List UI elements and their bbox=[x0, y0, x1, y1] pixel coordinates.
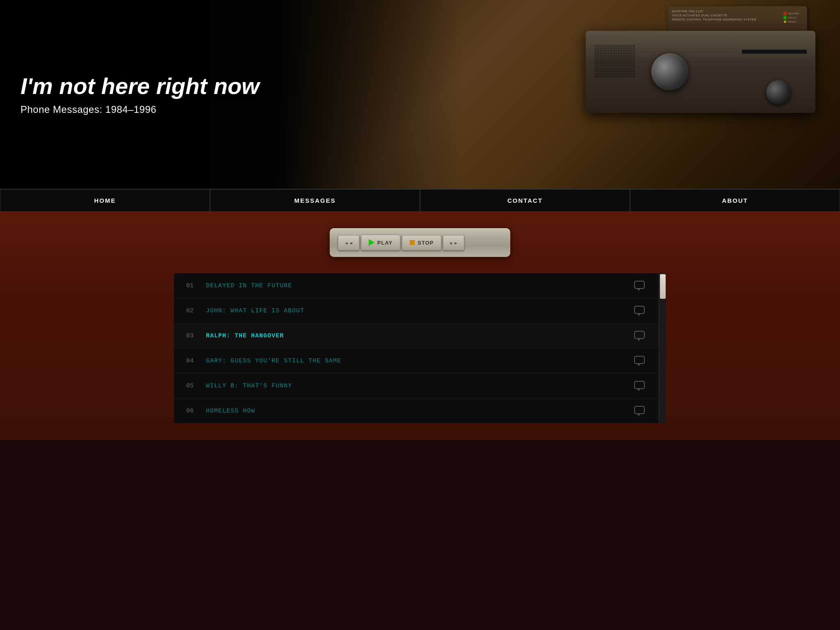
chat-bubble bbox=[634, 406, 645, 414]
track-number: 01 bbox=[186, 282, 198, 289]
hero-section: DUOFONE TAD-112C VOICE ACTIVATED DUAL CA… bbox=[0, 0, 840, 189]
chat-bubble bbox=[634, 356, 645, 364]
chat-bubble bbox=[634, 381, 645, 389]
indicator-panel: RECORD CALLS READY bbox=[784, 12, 799, 23]
scrollbar-thumb[interactable] bbox=[660, 274, 666, 299]
chat-bubble bbox=[634, 331, 645, 339]
nav-contact[interactable]: CONTACT bbox=[420, 189, 630, 212]
play-button[interactable]: PLAY bbox=[361, 235, 400, 250]
fast-forward-icon bbox=[449, 240, 458, 246]
stop-button[interactable]: STOP bbox=[402, 235, 441, 250]
chat-icon[interactable] bbox=[634, 306, 646, 316]
track-row[interactable]: 04 GARY: GUESS YOU'RE STILL THE SAME bbox=[174, 348, 666, 373]
led-calls bbox=[784, 16, 786, 19]
play-icon bbox=[369, 239, 374, 246]
track-number: 04 bbox=[186, 357, 198, 364]
track-row-active[interactable]: 03 RALPH: THE HANGOVER bbox=[174, 323, 666, 348]
hero-subtitle: Phone Messages: 1984–1996 bbox=[21, 104, 441, 115]
chat-icon[interactable] bbox=[634, 281, 646, 291]
main-knob bbox=[651, 53, 688, 90]
ready-indicator: READY bbox=[784, 21, 799, 23]
track-title-active: RALPH: THE HANGOVER bbox=[206, 332, 634, 339]
navigation: HOME MESSAGES CONTACT ABOUT bbox=[0, 189, 840, 212]
track-number: 02 bbox=[186, 307, 198, 314]
chat-icon[interactable] bbox=[634, 356, 646, 366]
main-content: PLAY STOP 01 DELAYED IN THE FUTURE 02 JO… bbox=[0, 212, 840, 440]
machine-brand-label: DUOFONE TAD-112C VOICE ACTIVATED DUAL CA… bbox=[672, 9, 756, 21]
rewind-icon bbox=[344, 240, 353, 246]
track-title: DELAYED IN THE FUTURE bbox=[206, 282, 634, 289]
nav-about[interactable]: ABOUT bbox=[630, 189, 840, 212]
track-title: JOHN: WHAT LIFE IS ABOUT bbox=[206, 307, 634, 314]
track-row[interactable]: 02 JOHN: WHAT LIFE IS ABOUT bbox=[174, 298, 666, 323]
small-knob bbox=[766, 80, 791, 105]
led-ready bbox=[784, 21, 786, 23]
scrollbar[interactable] bbox=[659, 273, 666, 424]
rewind-button[interactable] bbox=[338, 235, 359, 250]
fast-forward-button[interactable] bbox=[443, 235, 464, 250]
chat-icon[interactable] bbox=[634, 331, 646, 341]
stop-label: STOP bbox=[418, 240, 434, 246]
track-number: 03 bbox=[186, 332, 198, 339]
stop-icon bbox=[410, 240, 415, 245]
answering-machine: DUOFONE TAD-112C VOICE ACTIVATED DUAL CA… bbox=[573, 6, 828, 162]
track-row[interactable]: 06 HOMELESS HOW bbox=[174, 399, 666, 424]
audio-player: PLAY STOP bbox=[330, 228, 510, 257]
track-number: 06 bbox=[186, 408, 198, 415]
track-title: WILLY B: THAT'S FUNNY bbox=[206, 383, 634, 389]
track-row[interactable]: 01 DELAYED IN THE FUTURE bbox=[174, 273, 666, 298]
chat-icon[interactable] bbox=[634, 406, 646, 416]
track-list: 01 DELAYED IN THE FUTURE 02 JOHN: WHAT L… bbox=[174, 273, 666, 424]
chat-icon[interactable] bbox=[634, 381, 646, 391]
tape-slot bbox=[742, 49, 807, 54]
nav-messages[interactable]: MESSAGES bbox=[210, 189, 420, 212]
led-record bbox=[784, 12, 786, 15]
chat-bubble bbox=[634, 281, 645, 289]
speaker-grille bbox=[594, 45, 635, 78]
hero-text-area: I'm not here right now Phone Messages: 1… bbox=[0, 0, 462, 189]
record-indicator: RECORD bbox=[784, 12, 799, 15]
track-title: GARY: GUESS YOU'RE STILL THE SAME bbox=[206, 357, 634, 364]
track-row[interactable]: 05 WILLY B: THAT'S FUNNY bbox=[174, 373, 666, 399]
nav-home[interactable]: HOME bbox=[0, 189, 210, 212]
calls-indicator: CALLS bbox=[784, 16, 799, 19]
chat-bubble bbox=[634, 306, 645, 314]
hero-title: I'm not here right now bbox=[21, 73, 441, 99]
play-label: PLAY bbox=[377, 240, 393, 246]
machine-main-body bbox=[586, 31, 815, 113]
player-wrapper: PLAY STOP bbox=[8, 228, 832, 257]
track-title: HOMELESS HOW bbox=[206, 408, 634, 415]
track-number: 05 bbox=[186, 383, 198, 389]
